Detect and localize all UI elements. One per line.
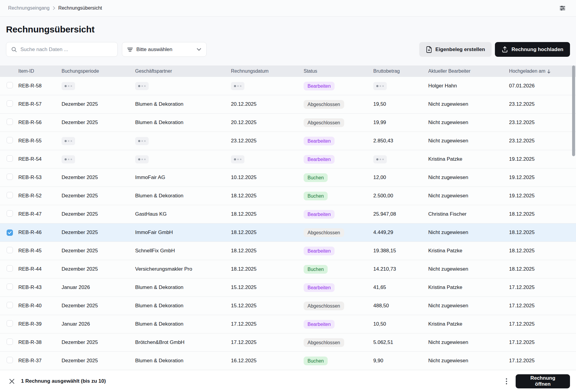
cell-gross-amount: 4.449,29: [373, 229, 428, 236]
search-icon: [11, 47, 17, 53]
table-row[interactable]: REB-R-40Dezember 2025Blumen & Dekoration…: [0, 297, 576, 315]
cell-invoice-date: 15.12.2025: [231, 303, 304, 309]
cell-invoice-date: [231, 82, 304, 90]
row-checkbox[interactable]: [0, 284, 18, 291]
table-row[interactable]: REB-R-52Dezember 2025Blumen & Dekoration…: [0, 187, 576, 205]
row-checkbox[interactable]: [0, 247, 18, 255]
row-checkbox[interactable]: [0, 155, 18, 163]
table-header-row: Item-ID Buchungsperiode Geschäftspartner…: [0, 65, 576, 77]
row-checkbox[interactable]: [0, 119, 18, 126]
search-input[interactable]: [20, 47, 113, 53]
cell-status: Abgeschlossen: [304, 228, 373, 237]
cell-status: Buchen: [304, 265, 373, 274]
cell-gross-amount: 9,90: [373, 358, 428, 364]
table-row[interactable]: REB-R-38Dezember 2025Brötchen&Brot GmbH1…: [0, 333, 576, 352]
cell-editor: Christina Fischer: [428, 211, 509, 217]
table-row[interactable]: REB-R-58BearbeitenHolger Hahn07.01.2026: [0, 77, 576, 95]
cell-period: Dezember 2025: [62, 266, 135, 272]
table-row[interactable]: REB-R-53Dezember 2025ImmoFair AG10.12.20…: [0, 169, 576, 187]
table-row[interactable]: REB-R-47Dezember 2025GastHaus KG18.12.20…: [0, 205, 576, 223]
cell-editor: Nicht zugewiesen: [428, 101, 509, 107]
row-checkbox[interactable]: [0, 320, 18, 328]
column-header-invoice-date[interactable]: Rechnungsdatum: [231, 68, 304, 74]
row-checkbox[interactable]: [0, 82, 18, 90]
table-row[interactable]: REB-R-39Januar 2026Blumen & Dekoration17…: [0, 315, 576, 333]
column-header-period[interactable]: Buchungsperiode: [62, 68, 135, 74]
table-row[interactable]: REB-R-44Dezember 2025Versicherungsmakler…: [0, 260, 576, 278]
status-badge: Buchen: [304, 357, 328, 365]
sort-desc-arrow-icon: [547, 69, 551, 74]
cell-period: Dezember 2025: [62, 303, 135, 309]
open-invoice-button[interactable]: Rechnung öffnen: [516, 374, 570, 388]
breadcrumb-parent[interactable]: Rechnungseingang: [8, 5, 50, 11]
cell-editor: Kristina Patzke: [428, 248, 509, 254]
row-checkbox[interactable]: [0, 174, 18, 181]
column-header-status[interactable]: Status: [304, 68, 373, 74]
status-badge: Abgeschlossen: [304, 228, 344, 237]
cell-status: Bearbeiten: [304, 320, 373, 329]
table-row[interactable]: REB-R-54BearbeitenKristina Patzke19.12.2…: [0, 150, 576, 169]
table-row[interactable]: REB-R-5523.12.2025Bearbeiten2.850,43Nich…: [0, 132, 576, 150]
row-checkbox[interactable]: [0, 100, 18, 108]
row-checkbox[interactable]: [0, 229, 18, 236]
row-checkbox[interactable]: [0, 192, 18, 200]
placeholder-ellipsis: [135, 82, 149, 90]
row-checkbox[interactable]: [0, 357, 18, 365]
cell-partner: Blumen & Dekoration: [135, 321, 231, 327]
create-receipt-button[interactable]: Eigenbeleg erstellen: [419, 42, 492, 57]
cell-partner: Versicherungsmakler Pro: [135, 266, 231, 272]
status-badge: Abgeschlossen: [304, 338, 344, 347]
cell-period: Dezember 2025: [62, 358, 135, 364]
row-checkbox[interactable]: [0, 339, 18, 346]
cell-item-id: REB-R-57: [18, 101, 62, 107]
cell-invoice-date: 10.12.2025: [231, 175, 304, 181]
row-checkbox[interactable]: [0, 137, 18, 145]
upload-invoice-button[interactable]: Rechnung hochladen: [495, 42, 570, 57]
breadcrumb: Rechnungseingang Rechnungsübersicht: [8, 5, 102, 11]
column-header-item-id[interactable]: Item-ID: [18, 68, 62, 74]
cell-editor: Nicht zugewiesen: [428, 339, 509, 345]
filter-dropdown-label: Bitte auswählen: [136, 47, 193, 53]
cell-item-id: REB-R-38: [18, 339, 62, 345]
top-bar: Rechnungseingang Rechnungsübersicht: [0, 0, 576, 17]
cell-period: Dezember 2025: [62, 211, 135, 217]
cell-period: Dezember 2025: [62, 175, 135, 181]
cell-gross-amount: 10,50: [373, 321, 428, 327]
table-row[interactable]: REB-R-57Dezember 2025Blumen & Dekoration…: [0, 95, 576, 114]
cell-item-id: REB-R-52: [18, 193, 62, 199]
row-checkbox[interactable]: [0, 302, 18, 310]
clear-selection-button[interactable]: [9, 378, 15, 384]
view-settings-button[interactable]: [557, 3, 568, 13]
cell-item-id: REB-R-58: [18, 83, 62, 89]
row-checkbox[interactable]: [0, 265, 18, 273]
table-row[interactable]: REB-R-37Dezember 2025Blumen & Dekoration…: [0, 352, 576, 370]
more-options-button[interactable]: [505, 377, 508, 386]
cell-status: Buchen: [304, 173, 373, 182]
table-row[interactable]: REB-R-56Dezember 2025Blumen & Dekoration…: [0, 114, 576, 132]
cell-editor: Kristina Patzke: [428, 284, 509, 290]
cell-item-id: REB-R-45: [18, 248, 62, 254]
column-header-editor[interactable]: Aktueller Bearbeiter: [428, 68, 509, 74]
column-header-gross-amount[interactable]: Bruttobetrag: [373, 68, 428, 74]
placeholder-ellipsis: [62, 82, 75, 90]
cell-editor: Nicht zugewiesen: [428, 358, 509, 364]
cell-editor: Nicht zugewiesen: [428, 120, 509, 126]
placeholder-ellipsis: [62, 155, 75, 163]
row-checkbox[interactable]: [0, 210, 18, 218]
table-row[interactable]: REB-R-45Dezember 2025SchnellFix GmbH18.1…: [0, 242, 576, 260]
column-header-uploaded[interactable]: Hochgeladen am: [509, 68, 576, 74]
vertical-scrollbar[interactable]: [572, 65, 575, 156]
chevron-right-icon: [53, 6, 55, 10]
cell-editor: Nicht zugewiesen: [428, 229, 509, 236]
document-plus-icon: [426, 46, 432, 53]
filter-dropdown[interactable]: Bitte auswählen: [122, 42, 207, 57]
cell-invoice-date: 20.12.2025: [231, 120, 304, 126]
status-badge: Buchen: [304, 265, 328, 274]
status-badge: Buchen: [304, 173, 328, 182]
table-row[interactable]: REB-R-46Dezember 2025ImmoFair GmbH18.12.…: [0, 223, 576, 242]
table-row[interactable]: REB-R-43Januar 2026Blumen & Dekoration15…: [0, 278, 576, 297]
cell-gross-amount: 19.388,15: [373, 248, 428, 254]
cell-period: Januar 2026: [62, 321, 135, 327]
selection-action-bar: 1 Rechnung ausgewählt (bis zu 10) Rechnu…: [0, 370, 576, 392]
column-header-partner[interactable]: Geschäftspartner: [135, 68, 231, 74]
